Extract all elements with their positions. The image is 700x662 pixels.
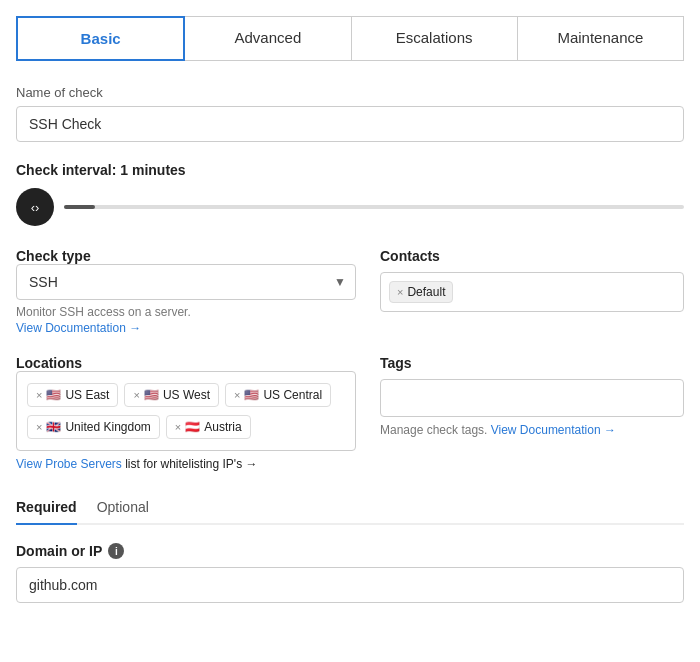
probe-link-line: View Probe Servers list for whitelisting… — [16, 457, 356, 471]
name-of-check-section: Name of check — [16, 85, 684, 142]
contact-chip-x[interactable]: × — [397, 286, 403, 298]
label-uk: United Kingdom — [65, 420, 150, 434]
location-chip-austria: × 🇦🇹 Austria — [166, 415, 251, 439]
check-type-helper: Monitor SSH access on a server. — [16, 305, 356, 319]
locations-col: Locations × 🇺🇸 US East × 🇺🇸 US West × 🇺🇸… — [16, 355, 356, 471]
slider-handle[interactable]: ‹› — [16, 188, 54, 226]
domain-or-ip-label-wrap: Domain or IP i — [16, 543, 684, 559]
domain-info-icon[interactable]: i — [108, 543, 124, 559]
view-probe-servers-link[interactable]: View Probe Servers — [16, 457, 122, 471]
check-type-select[interactable]: SSH HTTP HTTPS PING DNS — [16, 264, 356, 300]
domain-or-ip-label-text: Domain or IP — [16, 543, 102, 559]
main-tabs: Basic Advanced Escalations Maintenance — [16, 16, 684, 61]
label-us-central: US Central — [263, 388, 322, 402]
name-of-check-label: Name of check — [16, 85, 684, 100]
contact-chip-label: Default — [407, 285, 445, 299]
chip-x-uk[interactable]: × — [36, 421, 42, 433]
locations-box[interactable]: × 🇺🇸 US East × 🇺🇸 US West × 🇺🇸 US Centra… — [16, 371, 356, 451]
sub-tab-optional[interactable]: Optional — [97, 491, 149, 525]
sub-tabs: Required Optional — [16, 491, 684, 525]
slider-handle-icon: ‹› — [31, 200, 40, 215]
tags-col: Tags Manage check tags. View Documentati… — [380, 355, 684, 471]
domain-or-ip-input[interactable] — [16, 567, 684, 603]
check-type-col: Check type SSH HTTP HTTPS PING DNS ▼ Mon… — [16, 248, 356, 335]
flag-uk: 🇬🇧 — [46, 420, 61, 434]
chip-x-us-central[interactable]: × — [234, 389, 240, 401]
probe-suffix: list for whitelisting IP's → — [122, 457, 258, 471]
check-interval-section: Check interval: 1 minutes ‹› — [16, 162, 684, 226]
locations-tags-row: Locations × 🇺🇸 US East × 🇺🇸 US West × 🇺🇸… — [16, 355, 684, 471]
name-of-check-input[interactable] — [16, 106, 684, 142]
chip-x-us-west[interactable]: × — [133, 389, 139, 401]
locations-label: Locations — [16, 355, 356, 371]
check-interval-label: Check interval: 1 minutes — [16, 162, 684, 178]
label-us-west: US West — [163, 388, 210, 402]
slider-track-fill — [64, 205, 95, 209]
manage-tags-text: Manage check tags. View Documentation → — [380, 423, 684, 437]
tags-doc-link[interactable]: View Documentation → — [491, 423, 616, 437]
slider-track[interactable] — [64, 205, 684, 209]
check-type-select-wrap: SSH HTTP HTTPS PING DNS ▼ — [16, 264, 356, 300]
location-chip-us-west: × 🇺🇸 US West — [124, 383, 219, 407]
tab-maintenance[interactable]: Maintenance — [518, 16, 684, 61]
check-type-doc-link[interactable]: View Documentation → — [16, 321, 141, 335]
flag-us-west: 🇺🇸 — [144, 388, 159, 402]
check-type-label: Check type — [16, 248, 356, 264]
chip-x-us-east[interactable]: × — [36, 389, 42, 401]
check-type-contacts-row: Check type SSH HTTP HTTPS PING DNS ▼ Mon… — [16, 248, 684, 335]
flag-us-central: 🇺🇸 — [244, 388, 259, 402]
slider-wrap: ‹› — [16, 188, 684, 226]
chip-x-austria[interactable]: × — [175, 421, 181, 433]
manage-tags-prefix: Manage check tags. — [380, 423, 491, 437]
contacts-col: Contacts × Default — [380, 248, 684, 335]
domain-or-ip-section: Domain or IP i — [16, 543, 684, 603]
tab-escalations[interactable]: Escalations — [352, 16, 518, 61]
location-chip-us-central: × 🇺🇸 US Central — [225, 383, 331, 407]
label-us-east: US East — [65, 388, 109, 402]
sub-tab-required[interactable]: Required — [16, 491, 77, 525]
contacts-label: Contacts — [380, 248, 684, 264]
contacts-chips-box[interactable]: × Default — [380, 272, 684, 312]
tags-label: Tags — [380, 355, 684, 371]
tab-basic[interactable]: Basic — [16, 16, 185, 61]
location-chip-us-east: × 🇺🇸 US East — [27, 383, 118, 407]
tags-input[interactable] — [380, 379, 684, 417]
flag-austria: 🇦🇹 — [185, 420, 200, 434]
label-austria: Austria — [204, 420, 241, 434]
location-chip-uk: × 🇬🇧 United Kingdom — [27, 415, 160, 439]
tab-advanced[interactable]: Advanced — [185, 16, 351, 61]
flag-us-east: 🇺🇸 — [46, 388, 61, 402]
contact-chip-default: × Default — [389, 281, 453, 303]
